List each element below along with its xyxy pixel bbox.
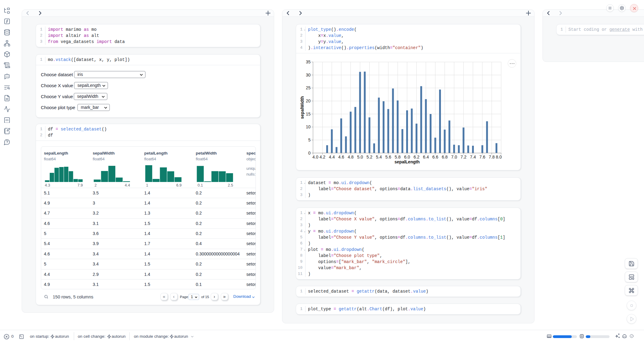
svg-text:4.0: 4.0 xyxy=(313,155,319,159)
svg-text:7.8: 7.8 xyxy=(489,155,495,159)
svg-text:8.0: 8.0 xyxy=(496,155,502,159)
svg-text:0: 0 xyxy=(308,151,311,155)
svg-text:7.4: 7.4 xyxy=(470,155,476,159)
svg-text:5.8: 5.8 xyxy=(395,155,401,159)
svg-text:7.6: 7.6 xyxy=(479,155,485,159)
svg-text:6.8: 6.8 xyxy=(442,155,448,159)
svg-text:6.2: 6.2 xyxy=(413,155,420,159)
svg-text:5.2: 5.2 xyxy=(367,155,373,159)
svg-text:5: 5 xyxy=(308,137,311,142)
svg-text:5.4: 5.4 xyxy=(376,155,382,159)
svg-text:5.6: 5.6 xyxy=(385,155,392,159)
svg-text:sepalLength: sepalLength xyxy=(395,159,420,164)
svg-text:35: 35 xyxy=(306,59,311,64)
svg-text:15: 15 xyxy=(306,112,311,116)
svg-text:6.6: 6.6 xyxy=(432,155,438,159)
svg-text:4.4: 4.4 xyxy=(329,155,335,159)
svg-text:10: 10 xyxy=(306,124,311,129)
svg-text:5.0: 5.0 xyxy=(357,155,363,159)
svg-text:30: 30 xyxy=(306,73,311,77)
svg-text:25: 25 xyxy=(306,85,311,90)
svg-text:20: 20 xyxy=(306,98,311,103)
svg-text:7.2: 7.2 xyxy=(460,155,467,159)
svg-text:6.0: 6.0 xyxy=(404,155,410,159)
svg-text:sepalWidth: sepalWidth xyxy=(300,96,305,119)
svg-text:6.4: 6.4 xyxy=(423,155,429,159)
svg-text:4.6: 4.6 xyxy=(338,155,344,159)
svg-text:4.2: 4.2 xyxy=(320,155,326,159)
svg-text:4.8: 4.8 xyxy=(348,155,354,159)
svg-text:7.0: 7.0 xyxy=(451,155,457,159)
